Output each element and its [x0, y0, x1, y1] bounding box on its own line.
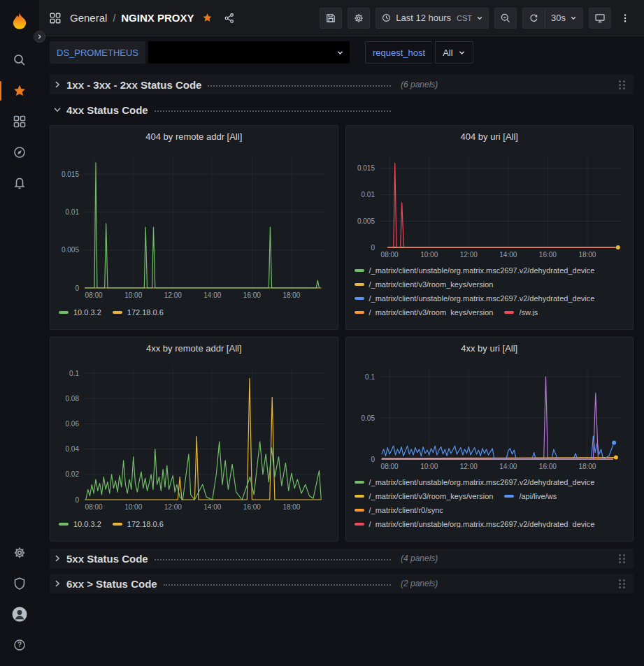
- panel-404-by-uri: 404 by uri [All] 08:0010:0012:0014:0016:…: [345, 125, 634, 330]
- row-drag-handle[interactable]: [616, 78, 628, 92]
- variable-label-datasource: DS_PROMETHEUS: [50, 41, 145, 64]
- sidebar-item-starred[interactable]: [6, 75, 34, 106]
- variable-label-request-host: request_host: [365, 41, 432, 64]
- legend-series-color: [59, 523, 69, 526]
- panel-title[interactable]: 4xx by remote addr [All]: [56, 342, 332, 356]
- sidebar-item-alerting[interactable]: [6, 168, 34, 198]
- legend-item[interactable]: /_matrix/client/unstable/org.matrix.msc2…: [355, 518, 595, 528]
- svg-text:18:00: 18:00: [282, 291, 300, 299]
- legend-item[interactable]: /_matrix/client/unstable/org.matrix.msc2…: [355, 476, 595, 488]
- svg-text:12:00: 12:00: [164, 291, 182, 299]
- panel-title[interactable]: 404 by remote addr [All]: [56, 130, 332, 144]
- caret-down-icon: [476, 15, 483, 22]
- sidebar-item-server-admin[interactable]: [6, 568, 34, 599]
- panel-count: (4 panels): [401, 553, 438, 563]
- legend-item[interactable]: /_matrix/client/v3/room_keys/version: [355, 278, 494, 291]
- datasource-value-select[interactable]: [148, 41, 350, 64]
- dotted-leader: [164, 579, 391, 586]
- time-range-picker[interactable]: Last 12 hours CST: [375, 8, 489, 29]
- sidebar-item-help[interactable]: ?: [6, 630, 34, 660]
- save-dashboard-button[interactable]: [320, 8, 342, 29]
- dotted-leader: [208, 80, 391, 87]
- legend-item[interactable]: 172.18.0.6: [113, 306, 164, 319]
- legend-item[interactable]: /_matrix/client/unstable/org.matrix.msc2…: [355, 264, 595, 277]
- sidebar-item-profile[interactable]: [6, 599, 34, 630]
- refresh-button[interactable]: [523, 8, 545, 28]
- legend-item[interactable]: 10.0.3.2: [59, 306, 101, 319]
- svg-text:0.04: 0.04: [66, 445, 80, 453]
- sidebar-item-search[interactable]: [6, 45, 34, 75]
- legend-series-color: [355, 481, 364, 484]
- svg-text:08:00: 08:00: [85, 503, 103, 511]
- dashboard-row-1xx-3xx-2xx[interactable]: 1xx - 3xx - 2xx Status Code (6 panels): [50, 75, 634, 94]
- time-series-chart[interactable]: 08:0010:0012:0014:0016:0018:0000.0050.01…: [56, 148, 332, 301]
- svg-text:0: 0: [75, 284, 79, 292]
- legend-item[interactable]: 172.18.0.6: [113, 518, 164, 530]
- dashboard-settings-button[interactable]: [348, 8, 370, 29]
- svg-text:10:00: 10:00: [124, 503, 142, 511]
- legend-item[interactable]: 10.0.3.2: [59, 518, 101, 530]
- grafana-app: ? General / NGINX PROXY: [0, 0, 644, 666]
- timezone-label: CST: [457, 14, 472, 22]
- row-drag-handle[interactable]: [616, 577, 628, 591]
- shield-icon: [13, 577, 27, 591]
- dashboard-title[interactable]: NGINX PROXY: [121, 12, 194, 24]
- gear-icon: [13, 546, 27, 560]
- legend-item[interactable]: /_matrix/client/v3/room_keys/version: [355, 490, 494, 502]
- time-series-chart[interactable]: 08:0010:0012:0014:0016:0018:0000.050.1: [352, 360, 628, 472]
- refresh-interval-select[interactable]: 30s: [545, 8, 582, 28]
- zoom-out-time-button[interactable]: [494, 8, 517, 29]
- compass-icon: [13, 145, 27, 159]
- dotted-leader: [155, 554, 391, 560]
- dashboard-row-4xx[interactable]: 4xx Status Code: [50, 100, 634, 120]
- svg-text:08:00: 08:00: [380, 251, 398, 259]
- cycle-view-mode-button[interactable]: [589, 8, 611, 29]
- panel-count: (6 panels): [401, 80, 438, 89]
- favorite-star-button[interactable]: [199, 10, 215, 26]
- panel-grid: 404 by remote addr [All] 08:0010:0012:00…: [50, 125, 634, 542]
- breadcrumb-divider: /: [113, 13, 115, 24]
- svg-text:08:00: 08:00: [380, 463, 398, 470]
- chart-area: 08:0010:0012:0014:0016:0018:0000.0050.01…: [56, 148, 332, 301]
- time-series-chart[interactable]: 08:0010:0012:0014:0016:0018:0000.0050.01…: [352, 148, 628, 260]
- sidebar-item-explore[interactable]: [6, 137, 34, 168]
- legend-item[interactable]: /_matrix/client/r0/sync: [355, 504, 443, 516]
- legend-item[interactable]: /_matrix/client/unstable/org.matrix.msc2…: [355, 292, 595, 305]
- time-series-chart[interactable]: 08:0010:0012:0014:0016:0018:0000.020.040…: [56, 360, 332, 512]
- sidebar-item-dashboards[interactable]: [6, 106, 34, 137]
- star-icon: [13, 84, 27, 98]
- grafana-flame-icon: [10, 11, 29, 31]
- svg-text:0.015: 0.015: [62, 171, 79, 178]
- legend-series-color: [355, 311, 364, 314]
- dashboard-row-5xx[interactable]: 5xx Status Code (4 panels): [50, 549, 634, 568]
- breadcrumb-section[interactable]: General: [70, 12, 107, 24]
- svg-text:14:00: 14:00: [499, 463, 517, 470]
- row-drag-handle[interactable]: [616, 551, 628, 566]
- svg-text:14:00: 14:00: [499, 251, 517, 259]
- more-options-button[interactable]: [617, 10, 634, 27]
- legend-item[interactable]: /api/live/ws: [504, 490, 557, 502]
- legend-series-color: [504, 311, 514, 314]
- legend-series-label: /_matrix/client/unstable/org.matrix.msc2…: [369, 476, 595, 488]
- svg-text:14:00: 14:00: [203, 291, 221, 299]
- legend-item[interactable]: /sw.js: [504, 306, 538, 316]
- legend-series-color: [113, 311, 122, 314]
- panel-title[interactable]: 404 by uri [All]: [352, 130, 628, 144]
- share-dashboard-button[interactable]: [221, 10, 238, 27]
- zoom-out-icon: [500, 13, 511, 24]
- breadcrumb: General / NGINX PROXY: [49, 10, 238, 27]
- sidebar-item-configuration[interactable]: [6, 537, 34, 568]
- grafana-logo[interactable]: [6, 7, 34, 35]
- legend-item[interactable]: /_matrix/client/v3/room_keys/version: [355, 306, 494, 316]
- expand-sidebar-button[interactable]: [34, 31, 45, 43]
- dotted-leader: [155, 106, 391, 112]
- panel-title[interactable]: 4xx by uri [All]: [352, 342, 628, 356]
- row-title-area: 6xx > Status Code: [62, 578, 394, 590]
- apps-icon: [49, 12, 62, 24]
- legend-series-label: /_matrix/client/unstable/org.matrix.msc2…: [369, 264, 595, 277]
- dashboard-row-6xx[interactable]: 6xx > Status Code (2 panels): [50, 574, 634, 593]
- svg-text:0.06: 0.06: [66, 420, 80, 428]
- svg-text:16:00: 16:00: [243, 291, 261, 299]
- request-host-value-select[interactable]: All: [435, 41, 473, 64]
- legend-series-color: [504, 495, 514, 498]
